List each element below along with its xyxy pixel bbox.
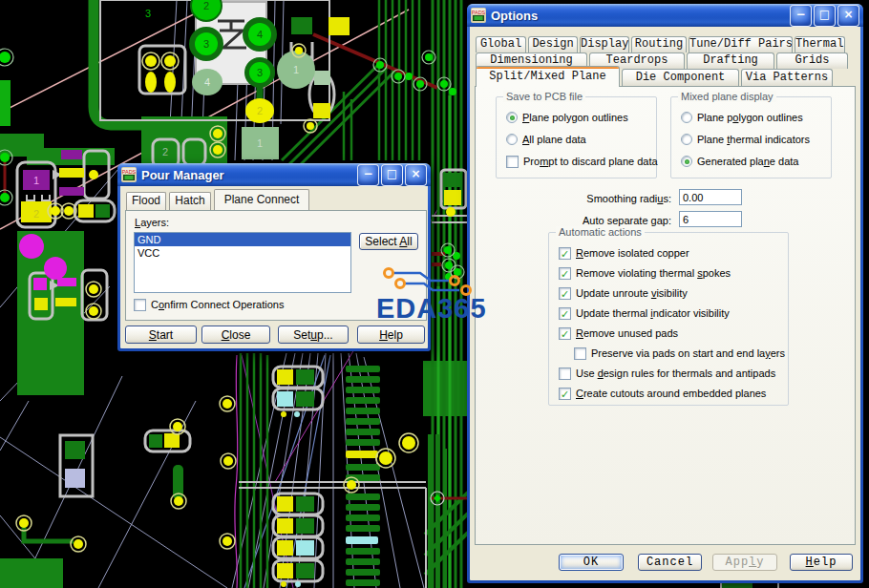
- select-all-button[interactable]: Select All: [359, 233, 418, 250]
- apply-button[interactable]: Apply: [712, 554, 777, 571]
- checkbox-icon: ✓: [559, 307, 571, 320]
- tab-drafting[interactable]: Drafting: [687, 52, 774, 69]
- svg-text:2: 2: [257, 105, 263, 116]
- svg-text:1: 1: [257, 137, 263, 149]
- window-title: Options: [491, 9, 788, 23]
- checkbox-remove-violating-thermal-spokes[interactable]: ✓ Remove violating thermal spokes: [559, 266, 731, 280]
- minimize-button[interactable]: −: [357, 164, 379, 186]
- start-button[interactable]: Start: [125, 326, 197, 344]
- svg-text:PADS: PADS: [122, 169, 137, 175]
- tab-split-mixed-plane[interactable]: Split/Mixed Plane: [476, 66, 620, 87]
- tab-flood[interactable]: Flood: [126, 192, 166, 210]
- layer-list-item[interactable]: GND: [135, 233, 350, 246]
- group-automatic-actions: Automatic actions ✓ Remove isolated copp…: [548, 232, 789, 406]
- window-title: Pour Manager: [141, 168, 355, 182]
- radio-plane-polygon-outlines[interactable]: Plane polygon outlines: [506, 111, 628, 124]
- radio-plane-thermal-indicators[interactable]: Plane thermal indicators: [681, 133, 810, 146]
- checkbox-icon: ✓: [559, 327, 571, 340]
- tab-plane-connect[interactable]: Plane Connect: [214, 189, 309, 210]
- pads-app-icon: PADS: [121, 167, 137, 182]
- tab-routing[interactable]: Routing: [631, 36, 687, 52]
- tab-grids[interactable]: Grids: [776, 52, 848, 69]
- auto-separate-gap-label: Auto separate gap:: [552, 215, 671, 226]
- layers-listbox[interactable]: GND VCC: [134, 232, 351, 293]
- split-mixed-plane-tab-page: Save to PCB file Plane polygon outlines …: [475, 86, 856, 545]
- tab-display[interactable]: Display: [580, 36, 629, 52]
- tab-thermals[interactable]: Thermals: [795, 36, 845, 52]
- radio-icon: [681, 134, 692, 145]
- maximize-button[interactable]: □: [381, 164, 403, 186]
- pour-manager-titlebar[interactable]: PADS Pour Manager − □ ×: [117, 163, 431, 186]
- svg-text:4: 4: [204, 76, 210, 88]
- checkbox-update-unroute-visibility[interactable]: ✓ Update unroute visibility: [559, 286, 688, 300]
- smoothing-radius-input[interactable]: [679, 189, 742, 205]
- help-button[interactable]: Help: [357, 326, 425, 344]
- radio-all-plane-data[interactable]: All plane data: [506, 133, 586, 146]
- tab-via-patterns[interactable]: Via Patterns: [741, 69, 833, 86]
- checkbox-preserve-via-pads[interactable]: Preserve via pads on start and end layer…: [574, 346, 785, 360]
- svg-text:3: 3: [145, 8, 151, 19]
- pour-manager-window: PADS Pour Manager − □ × Flood Hatch Plan…: [117, 163, 431, 351]
- svg-text:PADS: PADS: [472, 10, 486, 15]
- confirm-connect-checkbox[interactable]: Confirm Connect Operations: [134, 298, 284, 311]
- svg-text:2: 2: [203, 0, 209, 11]
- close-button[interactable]: Close: [201, 326, 270, 344]
- smoothing-radius-label: Smoothing radius:: [552, 193, 671, 204]
- close-button[interactable]: ×: [405, 164, 427, 186]
- tab-global[interactable]: Global: [476, 36, 526, 52]
- layers-label: Layers:: [135, 217, 169, 228]
- radio-icon: [681, 156, 692, 167]
- tab-tune-diff-pairs[interactable]: Tune/Diff Pairs: [689, 36, 793, 52]
- checkbox-icon: ✓: [559, 247, 571, 260]
- minimize-button[interactable]: −: [790, 5, 812, 27]
- svg-text:3: 3: [257, 67, 263, 78]
- radio-icon: [506, 112, 518, 123]
- svg-text:3: 3: [203, 38, 209, 50]
- setup-button[interactable]: Setup...: [278, 326, 349, 344]
- options-titlebar[interactable]: PADS Options − □ ×: [467, 4, 863, 27]
- cancel-button[interactable]: Cancel: [638, 554, 702, 571]
- group-save-to-pcb-file: Save to PCB file Plane polygon outlines …: [496, 96, 657, 178]
- group-mixed-plane-display: Mixed plane display Plane polygon outlin…: [670, 96, 832, 178]
- pads-app-icon: PADS: [471, 8, 486, 23]
- maximize-button[interactable]: □: [814, 5, 836, 27]
- checkbox-icon: [559, 368, 571, 380]
- svg-text:1: 1: [293, 64, 299, 75]
- checkbox-icon: ✓: [559, 267, 571, 280]
- checkbox-icon: ✓: [559, 388, 571, 400]
- svg-text:2: 2: [162, 146, 168, 158]
- checkbox-remove-unused-pads[interactable]: ✓ Remove unused pads: [559, 326, 678, 340]
- help-button[interactable]: Help: [790, 554, 853, 571]
- ok-button[interactable]: OK: [559, 554, 624, 571]
- options-window: PADS Options − □ × Global Design Display…: [467, 4, 863, 583]
- tab-design[interactable]: Design: [528, 36, 578, 52]
- checkbox-icon: [574, 347, 586, 360]
- checkbox-prompt-discard[interactable]: Prompt to discard plane data: [506, 155, 658, 168]
- svg-text:2: 2: [33, 208, 39, 220]
- checkbox-icon: [134, 299, 146, 311]
- tab-hatch[interactable]: Hatch: [169, 192, 211, 210]
- radio-plane-polygon-outlines-2[interactable]: Plane polygon outlines: [681, 111, 803, 124]
- checkbox-create-cutouts[interactable]: ✓ Create cutouts around embedded planes: [559, 387, 766, 400]
- checkbox-icon: ✓: [559, 287, 571, 300]
- svg-text:4: 4: [257, 29, 263, 40]
- checkbox-update-thermal-indicator-visibility[interactable]: ✓ Update thermal indicator visibility: [559, 306, 730, 320]
- radio-icon: [681, 112, 692, 123]
- close-button[interactable]: ×: [837, 5, 859, 27]
- plane-connect-tab-page: Layers: GND VCC Select All Confirm Conne…: [125, 210, 427, 321]
- checkbox-use-design-rules[interactable]: Use design rules for thermals and antipa…: [559, 367, 775, 380]
- checkbox-remove-isolated-copper[interactable]: ✓ Remove isolated copper: [559, 246, 689, 260]
- radio-generated-plane-data[interactable]: Generated plane data: [681, 155, 798, 168]
- tab-die-component[interactable]: Die Component: [622, 69, 739, 86]
- layer-list-item[interactable]: VCC: [135, 246, 350, 260]
- radio-icon: [506, 134, 518, 145]
- auto-separate-gap-input[interactable]: [679, 211, 742, 227]
- svg-text:1: 1: [33, 175, 39, 186]
- checkbox-icon: [506, 156, 519, 168]
